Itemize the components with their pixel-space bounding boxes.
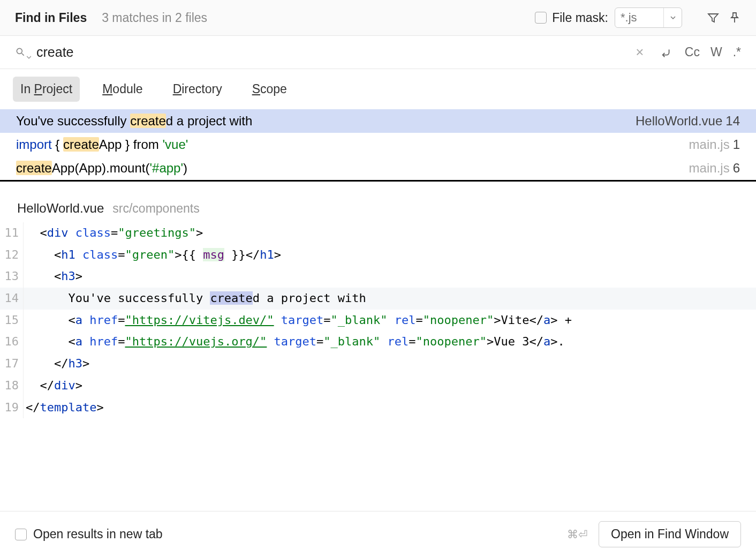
shortcut-hint: ⌘⏎	[567, 528, 588, 541]
search-input[interactable]	[36, 44, 621, 60]
tab-scope[interactable]: Scope	[245, 77, 294, 102]
open-new-tab-label: Open results in new tab	[33, 527, 163, 541]
newline-icon[interactable]	[659, 45, 674, 60]
result-row[interactable]: createApp(App).mount('#app') main.js 6	[0, 156, 756, 180]
file-mask-input[interactable]	[615, 11, 663, 25]
result-line: 6	[733, 161, 740, 176]
file-mask-label: File mask:	[552, 11, 608, 25]
results-list: You've successfully created a project wi…	[0, 109, 756, 182]
search-row: × Cc W .*	[0, 36, 756, 69]
open-new-tab-checkbox[interactable]	[15, 529, 27, 540]
header: Find in Files 3 matches in 2 files File …	[0, 0, 756, 36]
result-line: 1	[733, 137, 740, 152]
tab-in-project[interactable]: In Project	[13, 77, 80, 102]
result-line: 14	[725, 114, 740, 129]
match-case-button[interactable]: Cc	[685, 45, 700, 59]
match-count: 3 matches in 2 files	[102, 11, 207, 25]
file-mask-checkbox[interactable]	[535, 12, 547, 24]
whole-words-button[interactable]: W	[710, 45, 722, 59]
result-file: main.js	[689, 161, 730, 176]
dialog-title: Find in Files	[15, 11, 87, 25]
code-editor[interactable]: 11 <div class="greetings"> 12 <h1 class=…	[0, 222, 756, 418]
preview-file-path: src/components	[112, 201, 199, 216]
preview-pane: HelloWorld.vue src/components 11 <div cl…	[0, 182, 756, 418]
result-file: HelloWorld.vue	[636, 114, 722, 129]
tab-directory[interactable]: Directory	[165, 77, 230, 102]
preview-file-name: HelloWorld.vue	[17, 201, 104, 216]
filter-icon[interactable]	[707, 11, 720, 24]
clear-icon[interactable]: ×	[632, 45, 647, 60]
search-icon[interactable]	[15, 47, 27, 58]
file-mask-combobox[interactable]	[615, 7, 682, 28]
scope-tabs: In Project Module Directory Scope	[0, 69, 756, 109]
result-file: main.js	[689, 137, 730, 152]
open-in-find-window-button[interactable]: Open in Find Window	[599, 521, 741, 547]
regex-button[interactable]: .*	[733, 45, 741, 59]
footer: Open results in new tab ⌘⏎ Open in Find …	[0, 511, 756, 557]
pin-icon[interactable]	[728, 11, 741, 24]
chevron-down-icon[interactable]	[663, 8, 682, 27]
svg-point-0	[17, 48, 22, 54]
tab-module[interactable]: Module	[95, 77, 150, 102]
result-row[interactable]: import { createApp } from 'vue' main.js …	[0, 133, 756, 156]
result-row[interactable]: You've successfully created a project wi…	[0, 109, 756, 133]
